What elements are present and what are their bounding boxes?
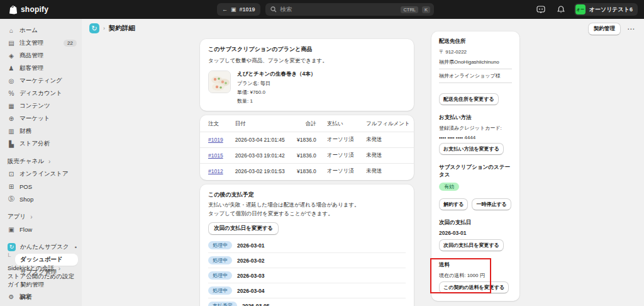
- gear-icon: ⚙: [8, 293, 15, 300]
- col-header-total: 合計: [289, 116, 319, 132]
- order-box-icon: ▣: [231, 6, 236, 13]
- store-avatar: オー: [575, 4, 586, 14]
- analytics-icon: ▙: [8, 140, 15, 147]
- section-label: 販売チャネル: [8, 157, 44, 166]
- contract-management-button[interactable]: 契約管理: [588, 23, 621, 35]
- order-fulfillment-status: 未発送: [358, 148, 414, 164]
- kbd-ctrl: CTRL: [401, 6, 418, 13]
- sidebar-item-label: コンテンツ: [19, 102, 50, 110]
- order-link[interactable]: #1012: [208, 168, 223, 174]
- sidebar-item-shop[interactable]: Ⓢ Shop: [0, 193, 82, 205]
- sidebar-section-apps[interactable]: アプリ ›: [0, 210, 82, 223]
- schedule-date: 2026-03-04: [237, 288, 264, 294]
- col-header-order: 注文: [200, 116, 227, 132]
- product-price: 単価: ¥760.0: [237, 89, 316, 96]
- customers-icon: ♟: [8, 65, 15, 72]
- notifications-bell-button[interactable]: [554, 3, 568, 16]
- sidebar-section-sales-channels[interactable]: 販売チャネル ›: [0, 155, 82, 167]
- sidebar-item-setup-guide[interactable]: ストア公開のための設定ガイド: [0, 275, 82, 287]
- schedule-status-badge: 処理中: [208, 286, 232, 295]
- sidebar-item-products[interactable]: ◈ 商品管理: [0, 49, 82, 62]
- pause-contract-button[interactable]: 一時停止する: [472, 198, 511, 210]
- cancel-contract-button[interactable]: 解約する: [439, 198, 468, 210]
- col-header-date: 日付: [227, 116, 289, 132]
- order-link[interactable]: #1019: [208, 137, 223, 143]
- chevron-right-icon: ›: [58, 265, 60, 272]
- plan-card-title: このサブスクリプションのプランと商品: [208, 45, 406, 54]
- change-address-button[interactable]: 配送先住所を変更する: [439, 93, 499, 105]
- sidebar-item-markets[interactable]: ⊕ マーケット: [0, 112, 82, 125]
- change-shipping-fee-button[interactable]: この契約の送料を変更する: [439, 281, 509, 293]
- order-link[interactable]: #1015: [208, 152, 223, 159]
- shopify-bag-icon: [9, 5, 18, 14]
- sidebar-item-label: 財務: [19, 127, 31, 135]
- sidebar-item-analytics[interactable]: ▙ ストア分析: [0, 137, 82, 150]
- subscription-status-title: サブスクリプションのステータス: [439, 164, 512, 179]
- sidebar-item-label: Flow: [19, 226, 32, 233]
- change-next-date-button[interactable]: 次回の支払日を変更する: [439, 239, 504, 251]
- main-content: ↻ › 契約詳細 契約管理 ⋯ このサブスクリプションのプランと商品 タップして…: [82, 19, 644, 306]
- sidebar-item-label: ホーム: [19, 26, 38, 35]
- markets-icon: ⊕: [8, 115, 15, 122]
- order-total: ¥1836.0: [289, 164, 319, 179]
- sidebar-item-label: 顧客管理: [19, 64, 43, 72]
- card-number: •••• •••• •••• 4444: [439, 135, 512, 140]
- schedule-status-badge: 支払予定: [208, 302, 237, 306]
- shopify-logo[interactable]: shopify: [9, 5, 48, 14]
- sidebar-item-content[interactable]: ▦ コンテンツ: [0, 99, 82, 112]
- sidebar-item-orders[interactable]: ▤ 注文管理 22: [0, 37, 82, 49]
- store-name: オーソリテスト6: [589, 6, 633, 14]
- more-options-icon[interactable]: ⋯: [627, 25, 635, 33]
- store-account-menu[interactable]: オー オーソリテスト6: [574, 3, 638, 16]
- sidebar-item-finance[interactable]: ▥ 財務: [0, 125, 82, 137]
- kbd-k: K: [422, 6, 430, 13]
- sidebar-item-pos[interactable]: ⊞ POS: [0, 180, 82, 193]
- shipping-address-title: 配送先住所: [439, 38, 512, 45]
- sidebar-item-online-store[interactable]: ⊡ オンラインストア: [0, 167, 82, 180]
- schedule-status-badge: 処理中: [208, 241, 232, 249]
- next-payment-date: 2026-03-01: [439, 230, 512, 236]
- schedule-status-badge: 処理中: [208, 271, 232, 280]
- sidebar-item-label: ストア分析: [19, 140, 50, 148]
- schedule-row[interactable]: 支払予定 2026-03-05: [208, 298, 406, 306]
- sidebar-item-label: Sidekickとの会話: [8, 264, 54, 273]
- shop-icon: Ⓢ: [8, 195, 15, 203]
- change-payment-button[interactable]: お支払い方法を変更する: [439, 143, 504, 155]
- sidebar: ⌂ ホーム ▤ 注文管理 22 ◈ 商品管理 ♟ 顧客管理 ◎ マーケティング …: [0, 19, 82, 306]
- schedule-row[interactable]: 処理中 2026-03-03: [208, 268, 406, 283]
- orders-count-badge: 22: [64, 40, 77, 47]
- sidebar-item-home[interactable]: ⌂ ホーム: [0, 24, 82, 37]
- recent-order-chip[interactable]: ← ▣ #1019: [217, 3, 260, 16]
- search-input[interactable]: 検索 CTRL K: [265, 3, 434, 16]
- orders-table: 注文 日付 合計 支払い フルフィルメント #1019 2026-03-04 2…: [200, 116, 414, 179]
- sidebar-item-label: マーケット: [19, 115, 50, 123]
- sidebar-item-customers[interactable]: ♟ 顧客管理: [0, 62, 82, 74]
- sidebar-item-marketing[interactable]: ◎ マーケティング: [0, 74, 82, 87]
- marketing-icon: ◎: [8, 77, 15, 84]
- schedule-card: この後の支払予定 支払いが失敗・遅延した場合は配送が遅れる場合があります。 タッ…: [200, 184, 414, 306]
- schedule-row[interactable]: 処理中 2026-03-02: [208, 253, 406, 268]
- sidebar-item-settings[interactable]: ⚙ 設定: [0, 290, 82, 303]
- schedule-row[interactable]: 処理中 2026-03-01: [208, 238, 406, 253]
- schedule-row[interactable]: 処理中 2026-03-04: [208, 283, 406, 298]
- chevron-right-icon: ›: [30, 213, 32, 220]
- sidebar-item-flow[interactable]: ▣ Flow: [0, 223, 82, 235]
- inbox-chat-button[interactable]: [534, 3, 548, 16]
- product-row[interactable]: えびとチキンの生春巻き（4本） プラン名: 毎日 単価: ¥760.0 数量: …: [208, 71, 406, 105]
- change-next-payment-date-button[interactable]: 次回の支払日を変更する: [208, 222, 279, 235]
- sidebar-item-label: ストア公開のための設定ガイド: [8, 273, 77, 289]
- col-header-fulfillment: フルフィルメント: [358, 116, 414, 132]
- contract-details-card: 配送先住所 〒 912-0222 福井県OnoHigashiichinuno 福…: [431, 31, 519, 301]
- order-total: ¥1836.0: [289, 148, 319, 164]
- schedule-date: 2026-03-03: [237, 273, 264, 279]
- sidebar-item-kantan-subsc-app[interactable]: ↻ かんたんサブスク •: [0, 241, 82, 253]
- sidebar-item-label: 注文管理: [19, 39, 43, 47]
- schedule-desc-1: 支払いが失敗・遅延した場合は配送が遅れる場合があります。: [208, 201, 406, 209]
- order-fulfillment-status: 未発送: [358, 132, 414, 148]
- discount-icon: %: [8, 90, 15, 97]
- sidebar-item-discounts[interactable]: % ディスカウント: [0, 87, 82, 99]
- order-date: 2026-03-03 19:01:42: [227, 148, 289, 164]
- order-payment-status: オーソリ済: [319, 164, 358, 179]
- order-date: 2026-03-02 19:01:53: [227, 164, 289, 179]
- back-icon: ←: [222, 6, 228, 13]
